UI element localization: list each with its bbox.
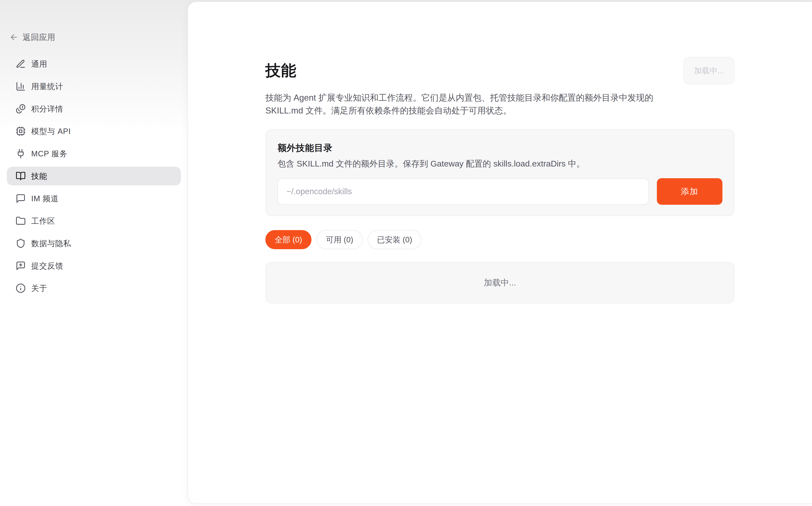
sidebar-item-label: 技能 [31,171,47,181]
skills-filter-group: 全部 (0) 可用 (0) 已安装 (0) [266,230,735,249]
coins-icon [16,104,26,114]
filter-installed[interactable]: 已安装 (0) [368,230,422,249]
sidebar-item-label: IM 频道 [31,193,59,204]
sidebar-item-im-channels[interactable]: IM 频道 [7,189,181,208]
sidebar-item-label: 模型与 API [31,126,71,137]
book-open-icon [16,171,26,181]
message-square-icon [16,193,26,203]
page-header: 技能 加载中... [266,57,735,84]
shield-icon [16,238,26,248]
extra-dir-input[interactable] [278,178,649,205]
plug-icon [16,149,26,159]
sidebar-item-skills[interactable]: 技能 [7,167,181,185]
sidebar-item-feedback[interactable]: 提交反馈 [7,256,181,275]
cpu-icon [16,126,26,136]
extra-dir-input-row: 添加 [278,178,722,205]
main-panel: 技能 加载中... 技能为 Agent 扩展专业知识和工作流程。它们是从内置包、… [188,2,812,504]
sidebar-item-mcp[interactable]: MCP 服务 [7,144,181,163]
back-to-app-label: 返回应用 [23,32,56,43]
info-icon [16,283,26,293]
skills-list-loading: 加载中... [266,262,735,304]
sidebar: 返回应用 通用 用量统计 [0,0,188,506]
sidebar-item-label: 工作区 [31,216,55,226]
extra-dirs-card-description: 包含 SKILL.md 文件的额外目录。保存到 Gateway 配置的 skil… [278,158,722,170]
sidebar-item-data-privacy[interactable]: 数据与隐私 [7,234,181,253]
folder-icon [16,216,26,226]
extra-dirs-card: 额外技能目录 包含 SKILL.md 文件的额外目录。保存到 Gateway 配… [266,129,735,216]
sidebar-item-label: 关于 [31,283,47,293]
page-title: 技能 [266,61,297,81]
pencil-icon [16,59,26,69]
skills-list-loading-label: 加载中... [484,277,516,288]
extra-dirs-card-title: 额外技能目录 [278,142,722,154]
skills-page: 技能 加载中... 技能为 Agent 扩展专业知识和工作流程。它们是从内置包、… [266,57,735,304]
arrow-left-icon [9,33,18,42]
add-button[interactable]: 添加 [657,178,722,205]
sidebar-item-general[interactable]: 通用 [7,55,181,73]
sidebar-item-about[interactable]: 关于 [7,279,181,298]
sidebar-nav: 通用 用量统计 积分详情 [7,55,181,301]
sidebar-item-models-api[interactable]: 模型与 API [7,122,181,141]
sidebar-item-workspace[interactable]: 工作区 [7,212,181,230]
filter-all[interactable]: 全部 (0) [266,230,311,249]
page-description: 技能为 Agent 扩展专业知识和工作流程。它们是从内置包、托管技能目录和你配置… [266,91,670,117]
sidebar-item-credits[interactable]: 积分详情 [7,99,181,118]
filter-available[interactable]: 可用 (0) [316,230,363,249]
back-to-app-button[interactable]: 返回应用 [9,29,56,45]
message-square-plus-icon [16,261,26,271]
sidebar-item-usage-stats[interactable]: 用量统计 [7,77,181,96]
bar-chart-icon [16,81,26,91]
header-loading-button[interactable]: 加载中... [683,57,735,84]
sidebar-item-label: MCP 服务 [31,148,67,159]
sidebar-item-label: 提交反馈 [31,260,63,271]
sidebar-item-label: 用量统计 [31,81,63,92]
sidebar-item-label: 积分详情 [31,103,63,114]
sidebar-item-label: 通用 [31,59,47,69]
sidebar-item-label: 数据与隐私 [31,238,71,249]
